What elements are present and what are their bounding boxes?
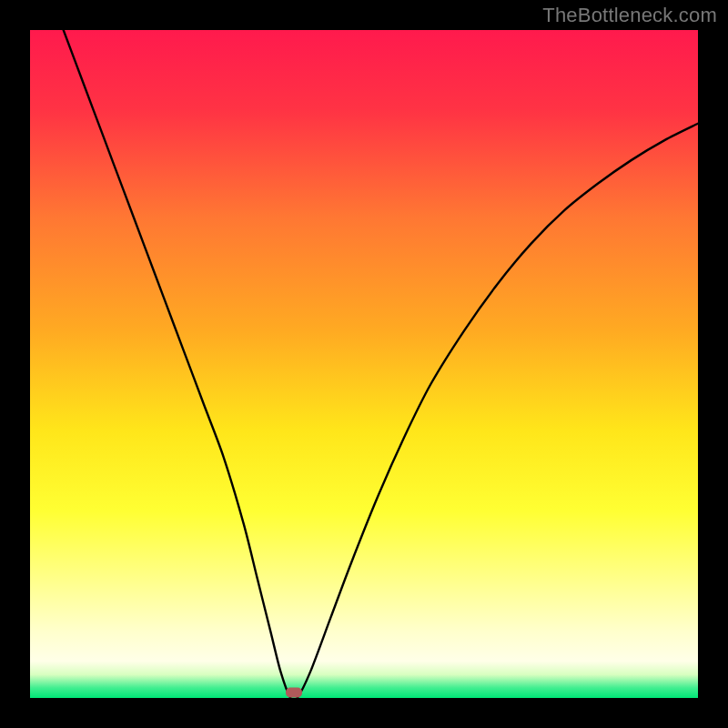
watermark-text: TheBottleneck.com <box>542 4 717 27</box>
background-gradient <box>30 30 698 698</box>
chart-frame: TheBottleneck.com <box>0 0 728 728</box>
plot-area <box>30 30 698 698</box>
